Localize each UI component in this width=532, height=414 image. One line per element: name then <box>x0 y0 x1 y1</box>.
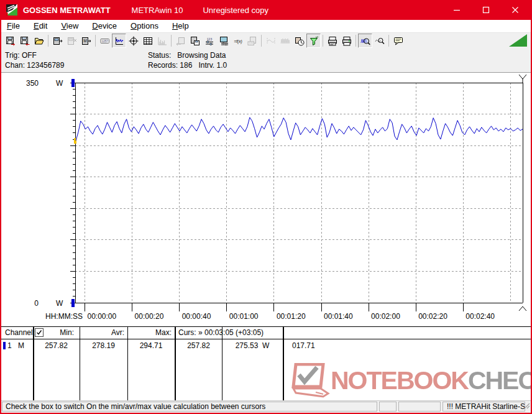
print-button[interactable] <box>339 34 354 48</box>
x-tick-label: 00:00:20 <box>135 312 164 321</box>
table-view-button[interactable] <box>140 34 155 48</box>
minimize-button[interactable] <box>442 0 471 20</box>
device-card-icon: 123 <box>247 36 257 46</box>
target-icon <box>129 36 139 46</box>
svg-text:=f(x): =f(x) <box>234 39 242 44</box>
zoom-wave-icon <box>360 36 370 46</box>
funnel-icon <box>309 36 319 46</box>
store-button[interactable] <box>188 34 202 48</box>
title-license: Unregistered copy <box>203 6 268 15</box>
device-arrow-icon <box>176 36 186 46</box>
status-panel-3 <box>398 402 441 412</box>
export-save-button[interactable] <box>3 34 17 48</box>
wave-chart-icon <box>114 36 124 46</box>
close-button[interactable] <box>500 0 530 20</box>
titlebar: GOSSEN METRAWATT METRAwin 10 Unregistere… <box>0 0 532 20</box>
toolbar: M1257123=f(x)123 <box>0 33 532 48</box>
max-value: 294.71 <box>128 341 174 350</box>
toolbar-separator <box>261 35 262 47</box>
y-max-label: 350 <box>26 79 39 88</box>
x-tick-label: 00:02:20 <box>418 312 447 321</box>
time-setup-button[interactable] <box>292 34 306 48</box>
channel-range-marker-top <box>71 79 75 87</box>
read-device-button[interactable] <box>50 34 65 48</box>
display-setup-button[interactable] <box>216 34 231 48</box>
svg-text:1257: 1257 <box>101 40 108 43</box>
toolbar-separator <box>95 35 96 47</box>
chart-panel: 00:00:0000:00:2000:00:4000:01:0000:01:20… <box>0 73 532 326</box>
notebookcheck-watermark: NOTEBOOK CHECK <box>291 362 532 398</box>
channel-number: 1 <box>7 341 12 350</box>
statistics-view-button <box>155 34 169 48</box>
delta-value: 017.71 <box>292 341 315 350</box>
display-digits-icon: 1257 <box>100 36 110 46</box>
notebookcheck-laptop-icon <box>291 363 331 398</box>
menu-item-device[interactable]: Device <box>85 20 124 32</box>
column-header-min: Min: <box>33 328 74 337</box>
channel-list: Chan: 123456789 <box>5 61 64 70</box>
toolbar-separator <box>388 35 389 47</box>
cursor2-value: 275.53 W <box>222 341 282 350</box>
x-tick-label: 00:01:00 <box>229 312 259 321</box>
hint-button[interactable] <box>391 34 405 48</box>
bubble-icon <box>393 36 403 46</box>
wave-dense-icon <box>280 36 290 46</box>
transfer-button <box>173 34 188 48</box>
zoom-curve-button[interactable] <box>358 34 372 48</box>
bars-icon <box>157 36 167 46</box>
toolbar-separator <box>323 35 323 47</box>
trigger-button[interactable] <box>306 34 321 48</box>
y-min-label: 0 <box>34 299 39 308</box>
cursor1-value: 257.82 <box>176 341 221 350</box>
statusbar: Check the box to switch On the min/avr/m… <box>0 400 532 413</box>
cursor-view-button[interactable] <box>126 34 140 48</box>
toolbar-separator <box>171 35 172 47</box>
channel-color-marker <box>3 342 6 349</box>
menu-item-view[interactable]: View <box>54 20 85 32</box>
menu-item-options[interactable]: Options <box>124 20 165 32</box>
y-unit-label: W <box>56 79 63 88</box>
floppy-out-icon <box>6 36 16 46</box>
x-tick-label: 00:00:40 <box>182 312 211 321</box>
menu-item-help[interactable]: Help <box>165 20 196 32</box>
cursor2-bottom-handle[interactable] <box>519 306 526 311</box>
menu-item-edit[interactable]: Edit <box>27 20 54 32</box>
channel-setup-button[interactable]: 123 <box>202 34 216 48</box>
maximize-button[interactable] <box>471 0 500 20</box>
monitor-sliders-icon <box>219 36 229 46</box>
status-hint: Check the box to switch On the min/avr/m… <box>2 402 377 412</box>
metrawin-window: GOSSEN METRAWATT METRAwin 10 Unregistere… <box>0 0 532 414</box>
device-name: !!! METRAHit Starline-S <box>443 402 525 412</box>
fx-icon: =f(x) <box>233 36 243 46</box>
print-report-button[interactable] <box>325 34 339 48</box>
x-axis-format-label: HH:MM:SS <box>45 312 83 321</box>
zoom-lens-icon <box>375 36 385 46</box>
resize-grip[interactable] <box>524 403 530 409</box>
sliders-digits-icon: 123 <box>204 36 214 46</box>
numeric-display-button[interactable]: 1257 <box>98 34 112 48</box>
floppy-in-icon <box>20 36 30 46</box>
read-memory-button[interactable]: M <box>79 34 93 48</box>
open-button[interactable] <box>32 34 46 48</box>
info-panel: Trig: OFF Chan: 123456789 Status: Browsi… <box>0 48 532 73</box>
zoom-button[interactable] <box>372 34 387 48</box>
title-app-name: METRAwin 10 <box>132 6 183 15</box>
chart-view-button[interactable] <box>112 34 126 48</box>
record-count: Records: 186 Intrv. 1.0 <box>148 61 227 70</box>
cursor2-top-handle[interactable] <box>519 75 526 83</box>
print-page-icon <box>328 36 337 46</box>
svg-text:M: M <box>83 38 86 42</box>
printer-icon <box>342 36 352 46</box>
device-out-icon <box>53 36 63 46</box>
x-tick-label: 00:01:20 <box>277 312 306 321</box>
menu-item-file[interactable]: File <box>0 20 27 32</box>
import-save-button[interactable] <box>17 34 32 48</box>
y-unit-label: W <box>56 299 63 308</box>
channel1-trace <box>76 117 523 140</box>
toolbar-separator <box>48 35 48 47</box>
wave-cursors-button <box>264 34 278 48</box>
wave-cursors-icon <box>266 36 276 46</box>
formula-button[interactable]: =f(x) <box>231 34 245 48</box>
channel-range-marker-bottom <box>71 299 75 307</box>
avr-value: 278.19 <box>80 341 127 350</box>
